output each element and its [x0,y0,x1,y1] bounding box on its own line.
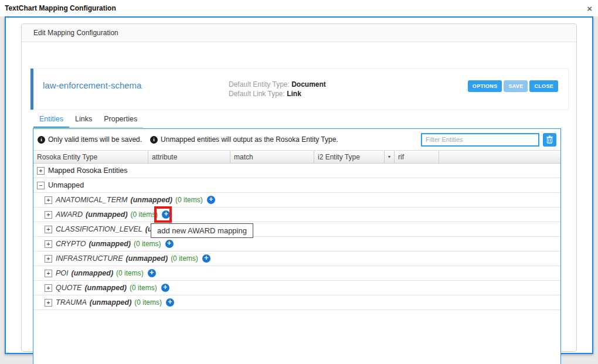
close-button[interactable]: CLOSE [529,80,558,92]
schema-accent-bar [30,69,33,110]
trash-icon [546,135,553,144]
entity-unmapped-tag: (unmapped) [89,240,131,248]
entity-name: AWARD [56,210,83,219]
column-attribute[interactable]: attribute [148,151,230,163]
column-match[interactable]: match [230,151,314,163]
add-mapping-wrap: + [165,240,174,248]
panel-title: Edit Mapping Configuration [33,29,118,37]
column-rosoka-entity-type[interactable]: Rosoka Entity Type [33,151,148,163]
window-titlebar: TextChart Mapping Configuration × [0,0,598,16]
entity-name: INFRASTRUCTURE [56,254,123,263]
info-icon: i [38,136,45,144]
expand-toggle-icon[interactable]: + [45,270,52,277]
default-link-type-label: Default Link Type: [229,90,285,98]
entity-name: CRYPTO [56,240,86,248]
expand-toggle-icon[interactable]: + [45,211,52,219]
add-mapping-wrap: + [162,210,170,219]
add-mapping-wrap: + [202,254,210,263]
entity-unmapped-tag: (unmapped) [72,269,114,277]
edit-mapping-panel: Edit Mapping Configuration law-enforceme… [21,23,577,352]
add-mapping-icon[interactable]: + [166,298,174,307]
add-mapping-icon[interactable]: + [161,284,169,292]
notice-text: Only valid items will be saved. [48,135,142,144]
entity-unmapped-tag: (unmapped) [126,254,168,263]
entity-text: AWARD (unmapped) (0 items) + [56,210,170,219]
column-rif[interactable]: rif [395,151,439,163]
entity-text: CRYPTO (unmapped) (0 items) + [56,240,174,248]
save-button[interactable]: SAVE [504,80,528,92]
table-row[interactable]: + Mapped Rosoka Entities [33,164,560,178]
table-row[interactable]: + POI (unmapped) (0 items) + [33,266,560,281]
table-row[interactable]: + ANATOMICAL_TERM (unmapped) (0 items) + [33,193,560,207]
schema-defaults: Default Entity Type: Document Default Li… [229,80,326,98]
expand-toggle-icon[interactable]: + [45,299,52,307]
expand-toggle-icon[interactable]: + [45,284,52,292]
default-link-type-value: Link [287,90,301,98]
add-mapping-wrap: + [166,298,174,307]
group-label: Mapped Rosoka Entities [48,166,128,175]
entity-name: CLASSIFICATION_LEVEL [56,225,142,233]
add-mapping-wrap: + [148,269,156,277]
window-close-icon[interactable]: × [587,4,592,13]
entity-item-count: (0 items) [130,284,157,292]
info-icon: i [150,136,158,144]
table-row[interactable]: + INFRASTRUCTURE (unmapped) (0 items) + [33,251,560,266]
expand-toggle-icon[interactable]: + [45,196,52,204]
table-row[interactable]: + CLASSIFICATION_LEVEL (unmapped) (0 ite… [33,222,560,237]
add-mapping-icon[interactable]: + [207,196,215,204]
table-row[interactable]: + AWARD (unmapped) (0 items) + [33,207,560,222]
add-mapping-icon[interactable]: + [162,210,170,219]
entity-item-count: (0 items) [131,210,158,219]
entity-unmapped-tag: (unmapped) [130,196,172,204]
table-row[interactable]: + QUOTE (unmapped) (0 items) + [33,281,560,295]
entity-text: POI (unmapped) (0 items) + [56,269,156,277]
add-mapping-icon[interactable]: + [202,254,210,263]
entity-name: POI [56,269,69,277]
schema-name: law-enforcement-schema [43,80,141,90]
entity-name: TRAUMA [56,298,87,307]
column-spacer [439,151,560,163]
panel-header: Edit Mapping Configuration [22,24,576,42]
notice-text: Unmapped entities will output as the Ros… [161,135,338,144]
tab-strip: Entities Links Properties [33,112,143,128]
expand-toggle-icon[interactable]: + [37,167,45,175]
table-row[interactable]: + CRYPTO (unmapped) (0 items) + [33,237,560,251]
entity-name: QUOTE [56,284,81,292]
table-header-row: Rosoka Entity Type attribute match i2 En… [33,150,560,164]
entities-table-container: i Only valid items will be saved. i Unma… [33,128,561,364]
tab-entities[interactable]: Entities [33,112,69,128]
entity-text: INFRASTRUCTURE (unmapped) (0 items) + [56,254,210,263]
entity-item-count: (0 items) [171,254,198,263]
default-entity-type-value: Document [291,80,326,89]
table-row[interactable]: + TRAUMA (unmapped) (0 items) + [33,295,560,310]
entity-item-count: (0 items) [134,240,161,248]
expand-toggle-icon[interactable]: + [45,240,52,248]
entity-unmapped-tag: (unmapped) [84,284,127,292]
expand-toggle-icon[interactable]: − [37,182,45,189]
add-mapping-icon[interactable]: + [165,240,174,248]
expand-toggle-icon[interactable]: + [45,255,52,263]
entity-unmapped-tag: (unmapped) [90,298,132,307]
column-i2-entity-type[interactable]: i2 Entity Type [314,151,385,163]
group-label: Unmapped [48,181,84,189]
add-mapping-tooltip: add new AWARD mapping [151,223,253,238]
expand-toggle-icon[interactable]: + [45,226,52,233]
column-dropdown-icon[interactable]: ▼ [385,151,395,163]
entity-text: TRAUMA (unmapped) (0 items) + [56,298,174,307]
tab-links[interactable]: Links [69,112,98,128]
notice-unmapped-output: i Unmapped entities will output as the R… [150,135,338,144]
notice-valid-items: i Only valid items will be saved. [38,135,142,144]
tab-properties[interactable]: Properties [98,112,143,128]
table-rows: + Mapped Rosoka Entities − Unmapped + AN… [33,164,560,310]
entity-item-count: (0 items) [134,298,162,307]
table-row[interactable]: − Unmapped [33,178,560,193]
filter-entities-input[interactable] [421,133,539,147]
entity-name: ANATOMICAL_TERM [56,196,127,204]
window-title: TextChart Mapping Configuration [5,4,116,12]
add-mapping-icon[interactable]: + [148,269,156,277]
default-entity-type-label: Default Entity Type: [229,80,290,89]
options-button[interactable]: OPTIONS [468,80,502,92]
entity-text: QUOTE (unmapped) (0 items) + [56,284,169,292]
clear-filter-button[interactable] [543,133,556,147]
entity-text: ANATOMICAL_TERM (unmapped) (0 items) + [56,196,215,204]
